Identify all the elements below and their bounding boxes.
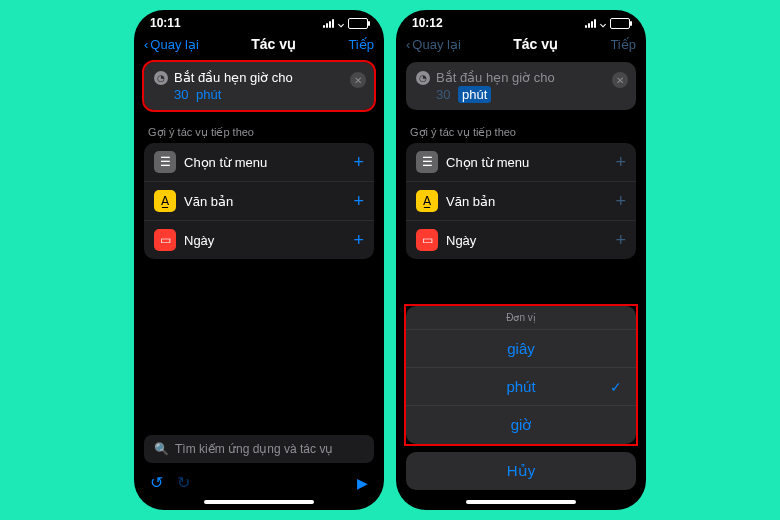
- back-button[interactable]: ‹ Quay lại: [144, 37, 199, 52]
- wifi-icon: ⌵: [338, 18, 344, 29]
- search-placeholder: Tìm kiếm ứng dụng và tác vụ: [175, 442, 333, 456]
- add-icon: +: [615, 230, 626, 251]
- add-icon: +: [615, 191, 626, 212]
- sheet-option-seconds[interactable]: giây: [406, 330, 636, 368]
- cancel-button[interactable]: Hủy: [406, 452, 636, 490]
- chevron-left-icon: ‹: [144, 37, 148, 52]
- next-button: Tiếp: [610, 37, 636, 52]
- text-icon: A̲: [154, 190, 176, 212]
- phone-right: 10:12 ⌵ ‹ Quay lại Tác vụ Tiếp ◔ Bắt đầu…: [396, 10, 646, 510]
- suggestion-item: ▭Ngày +: [406, 221, 636, 259]
- clock-icon: ◔: [416, 71, 430, 85]
- sheet-title: Đơn vị: [406, 306, 636, 330]
- search-icon: 🔍: [154, 442, 169, 456]
- status-icons: ⌵: [585, 18, 630, 29]
- phone-left: 10:11 ⌵ ‹ Quay lại Tác vụ Tiếp ◔ Bắt đầu…: [134, 10, 384, 510]
- battery-icon: [610, 18, 630, 29]
- suggestions-list: ☰Chọn từ menu + A̲Văn bản + ▭Ngày +: [406, 143, 636, 259]
- bottom-toolbar: ↺ ↻ ▶: [134, 469, 384, 496]
- calendar-icon: ▭: [416, 229, 438, 251]
- action-title: Bắt đầu hẹn giờ cho: [436, 70, 555, 85]
- back-button: ‹ Quay lại: [406, 37, 461, 52]
- clear-action-icon: ✕: [612, 72, 628, 88]
- nav-title: Tác vụ: [513, 36, 558, 52]
- undo-button[interactable]: ↺: [150, 473, 163, 492]
- suggestions-list: ☰Chọn từ menu + A̲Văn bản + ▭Ngày +: [144, 143, 374, 259]
- chevron-left-icon: ‹: [406, 37, 410, 52]
- suggestion-item[interactable]: ▭Ngày +: [144, 221, 374, 259]
- action-value: 30: [436, 87, 450, 102]
- add-icon[interactable]: +: [353, 152, 364, 173]
- checkmark-icon: ✓: [610, 379, 622, 395]
- unit-action-sheet: Đơn vị giây phút ✓ giờ: [406, 306, 636, 444]
- timer-action-card: ◔ Bắt đầu hẹn giờ cho 30 phút ✕: [406, 62, 636, 110]
- timer-action-card[interactable]: ◔ Bắt đầu hẹn giờ cho 30 phút ✕: [144, 62, 374, 110]
- sheet-option-hours[interactable]: giờ: [406, 406, 636, 444]
- suggestion-item[interactable]: A̲Văn bản +: [144, 182, 374, 221]
- wifi-icon: ⌵: [600, 18, 606, 29]
- nav-title: Tác vụ: [251, 36, 296, 52]
- sheet-option-minutes[interactable]: phút ✓: [406, 368, 636, 406]
- status-time: 10:12: [412, 16, 443, 30]
- battery-icon: [348, 18, 368, 29]
- action-title: Bắt đầu hẹn giờ cho: [174, 70, 293, 85]
- suggestion-item: A̲Văn bản +: [406, 182, 636, 221]
- suggestion-item: ☰Chọn từ menu +: [406, 143, 636, 182]
- suggestions-header: Gợi ý tác vụ tiếp theo: [396, 114, 646, 143]
- suggestion-item[interactable]: ☰Chọn từ menu +: [144, 143, 374, 182]
- menu-icon: ☰: [154, 151, 176, 173]
- add-icon: +: [615, 152, 626, 173]
- clock-icon: ◔: [154, 71, 168, 85]
- status-bar: 10:11 ⌵: [134, 10, 384, 32]
- search-field[interactable]: 🔍 Tìm kiếm ứng dụng và tác vụ: [144, 435, 374, 463]
- add-icon[interactable]: +: [353, 230, 364, 251]
- action-unit[interactable]: phút: [196, 87, 221, 102]
- nav-bar: ‹ Quay lại Tác vụ Tiếp: [134, 32, 384, 58]
- status-time: 10:11: [150, 16, 181, 30]
- redo-button[interactable]: ↻: [177, 473, 190, 492]
- cell-signal-icon: [323, 19, 334, 28]
- action-unit: phút: [458, 86, 491, 103]
- clear-action-icon[interactable]: ✕: [350, 72, 366, 88]
- calendar-icon: ▭: [154, 229, 176, 251]
- add-icon[interactable]: +: [353, 191, 364, 212]
- status-icons: ⌵: [323, 18, 368, 29]
- home-indicator[interactable]: [204, 500, 314, 504]
- nav-bar: ‹ Quay lại Tác vụ Tiếp: [396, 32, 646, 58]
- next-button[interactable]: Tiếp: [348, 37, 374, 52]
- text-icon: A̲: [416, 190, 438, 212]
- cell-signal-icon: [585, 19, 596, 28]
- suggestions-header: Gợi ý tác vụ tiếp theo: [134, 114, 384, 143]
- home-indicator[interactable]: [466, 500, 576, 504]
- menu-icon: ☰: [416, 151, 438, 173]
- action-value[interactable]: 30: [174, 87, 188, 102]
- status-bar: 10:12 ⌵: [396, 10, 646, 32]
- run-button[interactable]: ▶: [357, 475, 368, 491]
